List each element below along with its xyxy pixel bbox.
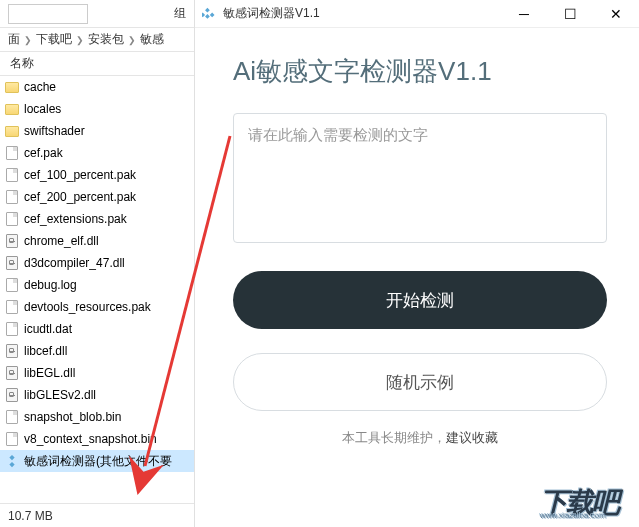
maximize-button[interactable]: ☐: [547, 0, 593, 27]
file-name: cef.pak: [24, 146, 63, 160]
titlebar: 敏感词检测器V1.1 ─ ☐ ✕: [195, 0, 639, 28]
app-window: 敏感词检测器V1.1 ─ ☐ ✕ Ai敏感文字检测器V1.1 开始检测 随机示例…: [195, 0, 639, 527]
random-example-button[interactable]: 随机示例: [233, 353, 607, 411]
dll-file-icon: [4, 343, 20, 359]
view-dropdown[interactable]: [8, 4, 88, 24]
status-size: 10.7 MB: [8, 509, 53, 523]
file-row[interactable]: 敏感词检测器(其他文件不要: [0, 450, 194, 472]
file-name: snapshot_blob.bin: [24, 410, 121, 424]
file-row[interactable]: locales: [0, 98, 194, 120]
maximize-icon: ☐: [564, 7, 577, 21]
chevron-right-icon: ❯: [76, 35, 84, 45]
file-row[interactable]: libGLESv2.dll: [0, 384, 194, 406]
file-name: cef_200_percent.pak: [24, 190, 136, 204]
file-row[interactable]: cef_100_percent.pak: [0, 164, 194, 186]
folder-icon: [4, 79, 20, 95]
file-name: chrome_elf.dll: [24, 234, 99, 248]
file-icon: [4, 189, 20, 205]
column-header-name[interactable]: 名称: [0, 52, 194, 76]
file-row[interactable]: d3dcompiler_47.dll: [0, 252, 194, 274]
breadcrumb-item[interactable]: 安装包: [88, 31, 124, 48]
file-name: cache: [24, 80, 56, 94]
file-list: cachelocalesswiftshadercef.pakcef_100_pe…: [0, 76, 194, 503]
file-row[interactable]: cache: [0, 76, 194, 98]
explorer-toolbar: 组: [0, 0, 194, 28]
file-name: v8_context_snapshot.bin: [24, 432, 157, 446]
breadcrumb: 面 ❯ 下载吧 ❯ 安装包 ❯ 敏感: [0, 28, 194, 52]
file-row[interactable]: libEGL.dll: [0, 362, 194, 384]
file-name: libGLESv2.dll: [24, 388, 96, 402]
file-name: debug.log: [24, 278, 77, 292]
dll-file-icon: [4, 233, 20, 249]
minimize-button[interactable]: ─: [501, 0, 547, 27]
status-bar: 10.7 MB: [0, 503, 194, 527]
file-icon: [4, 211, 20, 227]
chevron-right-icon: ❯: [128, 35, 136, 45]
exe-file-icon: [4, 453, 20, 469]
file-icon: [4, 277, 20, 293]
file-icon: [4, 299, 20, 315]
file-name: cef_extensions.pak: [24, 212, 127, 226]
close-icon: ✕: [610, 7, 622, 21]
folder-icon: [4, 101, 20, 117]
file-name: icudtl.dat: [24, 322, 72, 336]
file-row[interactable]: icudtl.dat: [0, 318, 194, 340]
file-row[interactable]: cef.pak: [0, 142, 194, 164]
footer-text: 本工具长期维护，建议收藏: [233, 429, 607, 447]
dll-file-icon: [4, 255, 20, 271]
file-icon: [4, 409, 20, 425]
file-row[interactable]: debug.log: [0, 274, 194, 296]
file-icon: [4, 321, 20, 337]
breadcrumb-item[interactable]: 下载吧: [36, 31, 72, 48]
page-title: Ai敏感文字检测器V1.1: [233, 54, 607, 89]
file-name: cef_100_percent.pak: [24, 168, 136, 182]
window-controls: ─ ☐ ✕: [501, 0, 639, 27]
dll-file-icon: [4, 365, 20, 381]
file-name: 敏感词检测器(其他文件不要: [24, 453, 172, 470]
file-name: devtools_resources.pak: [24, 300, 151, 314]
file-name: d3dcompiler_47.dll: [24, 256, 125, 270]
breadcrumb-item[interactable]: 敏感: [140, 31, 164, 48]
file-row[interactable]: chrome_elf.dll: [0, 230, 194, 252]
file-row[interactable]: libcef.dll: [0, 340, 194, 362]
file-explorer-pane: 组 面 ❯ 下载吧 ❯ 安装包 ❯ 敏感 名称 cachelocalesswif…: [0, 0, 195, 527]
dll-file-icon: [4, 387, 20, 403]
folder-icon: [4, 123, 20, 139]
file-row[interactable]: swiftshader: [0, 120, 194, 142]
start-detect-button[interactable]: 开始检测: [233, 271, 607, 329]
file-name: locales: [24, 102, 61, 116]
file-row[interactable]: cef_200_percent.pak: [0, 186, 194, 208]
file-icon: [4, 431, 20, 447]
minimize-icon: ─: [519, 7, 529, 21]
file-row[interactable]: snapshot_blob.bin: [0, 406, 194, 428]
file-name: libEGL.dll: [24, 366, 75, 380]
file-icon: [4, 145, 20, 161]
app-content: Ai敏感文字检测器V1.1 开始检测 随机示例 本工具长期维护，建议收藏: [195, 28, 639, 527]
file-icon: [4, 167, 20, 183]
close-button[interactable]: ✕: [593, 0, 639, 27]
file-row[interactable]: devtools_resources.pak: [0, 296, 194, 318]
file-name: swiftshader: [24, 124, 85, 138]
app-icon: [201, 6, 217, 22]
file-name: libcef.dll: [24, 344, 67, 358]
chevron-right-icon: ❯: [24, 35, 32, 45]
window-title: 敏感词检测器V1.1: [223, 5, 320, 22]
file-row[interactable]: v8_context_snapshot.bin: [0, 428, 194, 450]
file-row[interactable]: cef_extensions.pak: [0, 208, 194, 230]
group-label: 组: [174, 5, 190, 22]
input-textarea[interactable]: [233, 113, 607, 243]
breadcrumb-item[interactable]: 面: [8, 31, 20, 48]
